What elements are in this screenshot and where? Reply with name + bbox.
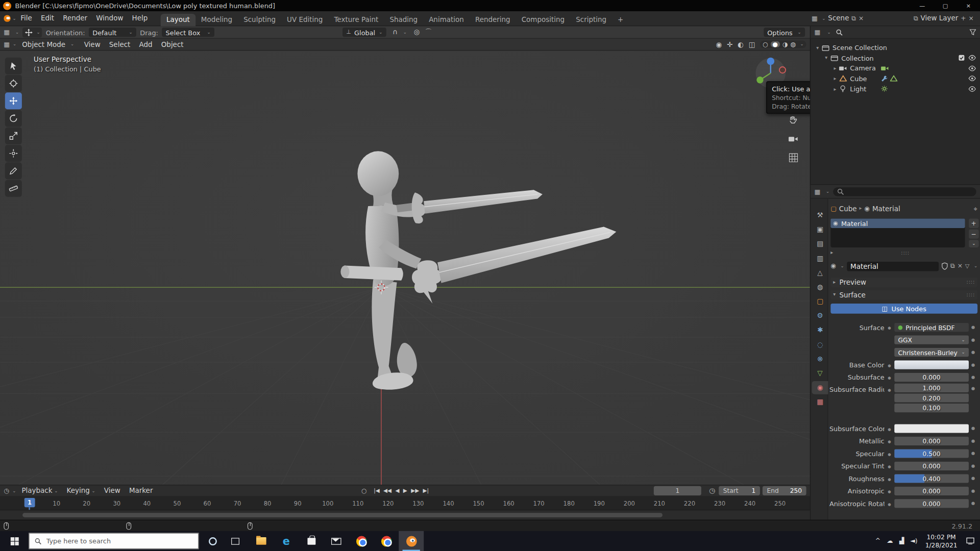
breadcrumb-material[interactable]: Material <box>872 205 900 213</box>
animate-dot-icon[interactable]: ● <box>885 464 895 468</box>
dropdown-field[interactable]: GGX⌄ <box>894 336 969 344</box>
viewport-menu-view[interactable]: View <box>80 39 105 50</box>
frame-start-field[interactable]: Start 1 <box>719 486 760 495</box>
workspace-tab-modeling[interactable]: Modeling <box>195 13 238 26</box>
material-shading-icon[interactable]: ◑ <box>782 41 788 47</box>
workspace-tab-sculpting[interactable]: Sculpting <box>238 13 281 26</box>
extras-dot-icon[interactable]: ● <box>969 386 977 391</box>
animate-dot-icon[interactable]: ● <box>885 375 895 380</box>
disclosure-icon[interactable]: ▸ <box>832 86 838 92</box>
gizmo-x-axis-dot[interactable] <box>779 67 786 73</box>
outliner-editor-icon[interactable]: ▦ <box>815 29 821 35</box>
shader-socket-field[interactable]: Principled BSDF <box>894 323 969 332</box>
properties-tab-world[interactable]: ◍ <box>812 281 828 294</box>
properties-tab-material[interactable]: ◉ <box>812 381 828 394</box>
properties-tab-output[interactable]: ▤ <box>812 237 828 251</box>
properties-tab-texture[interactable]: ▦ <box>812 395 828 409</box>
viewport-menu-add[interactable]: Add <box>135 39 157 50</box>
timeline-scrollbar[interactable] <box>0 510 810 519</box>
extras-dot-icon[interactable]: ● <box>969 476 977 481</box>
close-button[interactable]: × <box>957 0 980 11</box>
unlink-material-icon[interactable]: × <box>958 263 963 269</box>
transform-tool[interactable] <box>5 145 22 162</box>
slider-field[interactable]: 0.000 <box>894 487 969 495</box>
material-name-field[interactable]: Material <box>847 261 939 270</box>
timeline-editor-icon[interactable]: ◷ <box>4 488 9 494</box>
rotate-tool[interactable] <box>5 110 22 127</box>
number-field[interactable]: 0.100 <box>894 404 969 412</box>
network-icon[interactable]: ▟ <box>899 538 904 544</box>
timeline-menu-view[interactable]: View <box>100 485 125 496</box>
properties-tab-physics[interactable]: ◌ <box>812 338 828 351</box>
blender-menu-icon[interactable] <box>4 15 10 21</box>
exclude-checkbox-icon[interactable] <box>958 55 965 61</box>
proportional-editing-icon[interactable]: ◎ <box>414 29 420 35</box>
snap-caret-icon[interactable]: ⌄ <box>403 30 407 35</box>
transport-button-5[interactable]: ▶| <box>423 488 429 493</box>
cursor-tool[interactable] <box>5 75 22 92</box>
viewport-menu-select[interactable]: Select <box>105 39 135 50</box>
slider-field[interactable]: 0.500 <box>894 449 969 458</box>
extras-dot-icon[interactable]: ● <box>969 362 977 367</box>
view-layer-selector[interactable]: ⧉ View Layer + × <box>914 14 974 22</box>
taskbar-file-explorer-button[interactable] <box>249 531 274 551</box>
overlays-dropdown-icon[interactable]: ◐ <box>738 41 744 47</box>
taskbar-edge-button[interactable]: e <box>274 531 299 551</box>
slider-field[interactable]: 0.000 <box>894 462 969 470</box>
workspace-tab-uv-editing[interactable]: UV Editing <box>281 13 328 26</box>
workspace-tab-scripting[interactable]: Scripting <box>570 13 612 26</box>
animate-dot-icon[interactable]: ● <box>885 452 895 456</box>
color-swatch[interactable] <box>894 361 969 369</box>
options-dropdown[interactable]: Options ⌄ <box>764 28 805 37</box>
properties-tab-object-data[interactable]: ▽ <box>812 367 828 380</box>
start-button[interactable] <box>0 531 29 551</box>
menu-help[interactable]: Help <box>128 13 152 24</box>
slot-footer-grip-icon[interactable]: ∷∷ <box>901 250 909 256</box>
menu-window[interactable]: Window <box>92 13 128 24</box>
hide-eye-icon[interactable] <box>968 85 976 92</box>
properties-search[interactable] <box>834 187 976 196</box>
dropdown-field[interactable]: Christensen-Burley⌄ <box>894 348 969 357</box>
camera-view-button[interactable] <box>786 132 800 145</box>
menu-file[interactable]: File <box>16 13 37 24</box>
snap-magnet-icon[interactable]: ∩ <box>393 29 398 35</box>
workspace-tab-shading[interactable]: Shading <box>384 13 423 26</box>
extras-dot-icon[interactable]: ● <box>969 325 977 330</box>
outliner-item-label[interactable]: Collection <box>841 54 874 62</box>
new-view-layer-icon[interactable]: + <box>961 15 966 21</box>
transform-orientation-dropdown[interactable]: ⊥ Global ⌄ <box>342 28 386 37</box>
properties-tab-render[interactable]: ▣ <box>812 223 828 236</box>
xray-toggle-icon[interactable]: ◫ <box>749 41 755 47</box>
use-preview-range-icon[interactable]: ◷ <box>709 487 715 494</box>
taskbar-clock[interactable]: 10:02 PM 1/28/2021 <box>921 533 961 549</box>
properties-tab-view-layer[interactable]: ▥ <box>812 252 828 265</box>
modifier-icon[interactable] <box>880 75 888 83</box>
extras-dot-icon[interactable]: ● <box>969 426 977 431</box>
hide-eye-icon[interactable] <box>968 65 976 71</box>
slider-field[interactable]: 0.400 <box>894 474 969 483</box>
maximize-button[interactable]: ▢ <box>934 0 957 11</box>
animate-dot-icon[interactable]: ● <box>885 325 895 330</box>
hidden-icons-chevron-icon[interactable]: ^ <box>875 538 880 544</box>
view-layer-name[interactable]: View Layer <box>921 14 959 22</box>
camera-data-icon[interactable] <box>880 65 889 71</box>
mode-dropdown[interactable]: Object Mode ⌄ <box>18 39 79 50</box>
transport-button-4[interactable]: ▶▶ <box>411 488 419 493</box>
outliner-row-cube[interactable]: ▸Cube <box>811 73 980 84</box>
outliner-search-icon[interactable] <box>836 29 844 36</box>
gizmos-dropdown-icon[interactable]: ✛ <box>727 41 732 47</box>
properties-tab-scene[interactable]: △ <box>812 266 828 280</box>
editor-type-icon[interactable]: ▦ <box>4 29 10 35</box>
properties-tab-modifiers[interactable]: ⚙ <box>812 309 828 322</box>
disclosure-icon[interactable]: ▸ <box>832 76 838 81</box>
pin-icon[interactable]: ⌖ <box>974 205 978 212</box>
outliner-item-label[interactable]: Light <box>850 85 866 93</box>
outliner-row-camera[interactable]: ▸Camera <box>811 63 980 73</box>
cortana-button[interactable] <box>201 531 224 551</box>
animate-dot-icon[interactable]: ● <box>885 439 895 443</box>
rendered-shading-icon[interactable]: ◍ <box>790 41 796 47</box>
scene-selector[interactable]: ▦ ⌄ Scene ⧉ × <box>812 14 864 22</box>
taskbar-chrome-button[interactable] <box>349 531 374 551</box>
onedrive-cloud-icon[interactable]: ☁ <box>887 538 893 544</box>
unlink-scene-icon[interactable]: × <box>859 15 864 21</box>
